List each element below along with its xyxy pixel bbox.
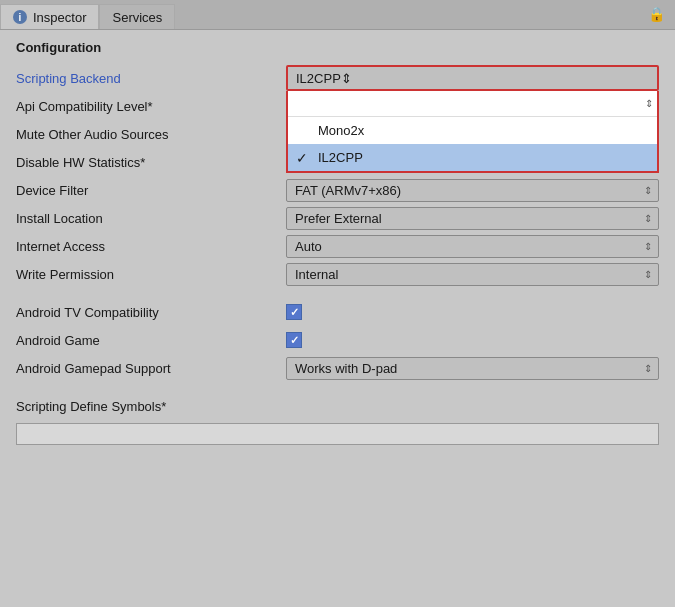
android-gamepad-row: Android Gamepad Support Works with D-pad… (16, 355, 659, 381)
android-game-checkbox[interactable]: ✓ (286, 332, 302, 348)
android-game-row: Android Game ✓ (16, 327, 659, 353)
section-title: Configuration (16, 40, 659, 55)
scripting-backend-menu: ⇕ Mono2x ✓ IL2CPP (286, 91, 659, 173)
tab-services[interactable]: Services (99, 4, 175, 29)
device-filter-label: Device Filter (16, 183, 286, 198)
scripting-backend-value: IL2CPP (296, 71, 341, 86)
scripting-define-label: Scripting Define Symbols* (16, 399, 286, 414)
api-compat-label: Api Compatibility Level* (16, 99, 286, 114)
internet-access-control: Auto ⇕ (286, 235, 659, 258)
tab-inspector-label: Inspector (33, 10, 86, 25)
dropdown-item-mono2x[interactable]: Mono2x (288, 117, 657, 144)
content-area: Configuration Scripting Backend IL2CPP ⇕ (0, 30, 675, 607)
device-filter-control: FAT (ARMv7+x86) ⇕ (286, 179, 659, 202)
android-game-control: ✓ (286, 332, 659, 348)
write-permission-label: Write Permission (16, 267, 286, 282)
internet-access-value: Auto (295, 239, 322, 254)
install-location-label: Install Location (16, 211, 286, 226)
scripting-dropdown-area: IL2CPP ⇕ ⇕ Mono2x ✓ (286, 65, 659, 91)
tab-bar: i Inspector Services 🔒 (0, 0, 675, 30)
android-tv-control: ✓ (286, 304, 659, 320)
mono2x-label: Mono2x (318, 123, 364, 138)
android-gamepad-control: Works with D-pad ⇕ (286, 357, 659, 380)
device-filter-btn[interactable]: FAT (ARMv7+x86) ⇕ (286, 179, 659, 202)
scripting-backend-label: Scripting Backend (16, 71, 286, 86)
device-filter-value: FAT (ARMv7+x86) (295, 183, 401, 198)
il2cpp-label: IL2CPP (318, 150, 363, 165)
scripting-backend-dropdown-btn[interactable]: IL2CPP ⇕ (286, 65, 659, 91)
internet-access-row: Internet Access Auto ⇕ (16, 233, 659, 259)
api-compat-arrow: ⇕ (645, 98, 653, 109)
install-location-btn[interactable]: Prefer External ⇕ (286, 207, 659, 230)
info-icon: i (13, 10, 27, 24)
android-tv-checkbox[interactable]: ✓ (286, 304, 302, 320)
lock-icon: 🔒 (648, 6, 665, 22)
window: i Inspector Services 🔒 Configuration Scr… (0, 0, 675, 607)
android-game-checkmark: ✓ (290, 334, 299, 347)
internet-access-label: Internet Access (16, 239, 286, 254)
android-game-label: Android Game (16, 333, 286, 348)
install-location-row: Install Location Prefer External ⇕ (16, 205, 659, 231)
install-location-value: Prefer External (295, 211, 382, 226)
android-tv-checkmark: ✓ (290, 306, 299, 319)
device-filter-row: Device Filter FAT (ARMv7+x86) ⇕ (16, 177, 659, 203)
scripting-define-input[interactable] (16, 423, 659, 445)
android-tv-row: Android TV Compatibility ✓ (16, 299, 659, 325)
dropdown-arrow: ⇕ (341, 71, 352, 86)
android-gamepad-value: Works with D-pad (295, 361, 397, 376)
spacer-1 (16, 289, 659, 299)
write-permission-value: Internal (295, 267, 338, 282)
scripting-define-input-wrapper (16, 423, 659, 445)
write-permission-btn[interactable]: Internal ⇕ (286, 263, 659, 286)
scripting-define-row: Scripting Define Symbols* (16, 393, 659, 419)
mute-audio-label: Mute Other Audio Sources (16, 127, 286, 142)
checkmark-icon: ✓ (296, 150, 308, 166)
disable-hw-label: Disable HW Statistics* (16, 155, 286, 170)
android-gamepad-label: Android Gamepad Support (16, 361, 286, 376)
write-permission-control: Internal ⇕ (286, 263, 659, 286)
write-permission-row: Write Permission Internal ⇕ (16, 261, 659, 287)
android-tv-label: Android TV Compatibility (16, 305, 286, 320)
internet-access-btn[interactable]: Auto ⇕ (286, 235, 659, 258)
dropdown-item-il2cpp[interactable]: ✓ IL2CPP (288, 144, 657, 171)
android-gamepad-btn[interactable]: Works with D-pad ⇕ (286, 357, 659, 380)
tab-services-label: Services (112, 10, 162, 25)
install-location-control: Prefer External ⇕ (286, 207, 659, 230)
tab-inspector[interactable]: i Inspector (0, 4, 99, 29)
spacer-2 (16, 383, 659, 393)
scripting-backend-wrapper: Scripting Backend IL2CPP ⇕ ⇕ (16, 65, 659, 91)
